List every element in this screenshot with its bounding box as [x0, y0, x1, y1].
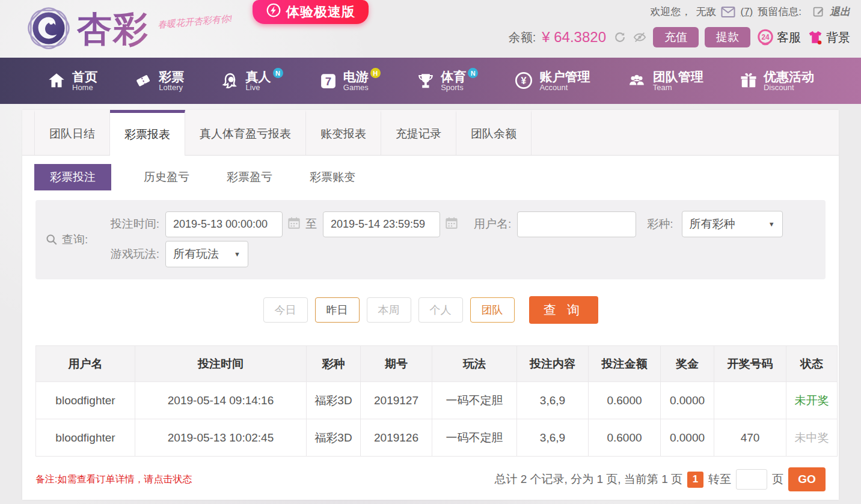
nav-item-discount[interactable]: 优惠活动Discount — [740, 70, 814, 92]
col-bet-content: 投注内容 — [517, 346, 589, 382]
date-to-input[interactable] — [323, 211, 440, 237]
calendar-icon[interactable] — [287, 216, 301, 232]
current-page-badge[interactable]: 1 — [687, 472, 703, 488]
nav-item-team[interactable]: 团队管理Team — [627, 70, 703, 92]
reserved-info-label: 预留信息: — [758, 5, 801, 19]
chevron-down-icon: ▼ — [768, 220, 775, 228]
nav-item-games[interactable]: 7 电游HGames — [319, 70, 381, 93]
logo-text: 杏彩 — [77, 6, 149, 53]
nav-item-sports[interactable]: 体育NSports — [417, 70, 478, 93]
team-button[interactable]: 团队 — [470, 297, 515, 323]
tab-team-daily[interactable]: 团队日结 — [34, 110, 110, 155]
withdraw-button[interactable]: 提款 — [705, 27, 750, 47]
cell-draw-numbers — [714, 382, 786, 419]
bet-time-label: 投注时间: — [72, 216, 159, 232]
cell-lottery: 福彩3D — [307, 419, 361, 457]
table-header-row: 用户名 投注时间 彩种 期号 玩法 投注内容 投注金额 奖金 开奖号码 状态 — [36, 346, 838, 382]
go-button[interactable]: GO — [788, 467, 826, 491]
quick-filter-row: 今日 昨日 本周 个人 团队 查 询 — [22, 296, 839, 324]
nav-item-account[interactable]: ¥ 账户管理Account — [514, 70, 590, 92]
logout-link[interactable]: 退出 — [830, 5, 850, 19]
cell-username: bloodfighter — [36, 382, 135, 419]
cell-lottery: 福彩3D — [307, 382, 361, 419]
tab-team-balance[interactable]: 团队余额 — [456, 110, 532, 155]
table-footer: 备注:如需查看订单详情，请点击状态 总计 2 个记录, 分为 1 页, 当前第 … — [35, 467, 826, 500]
nav-item-live[interactable]: 真人NLive — [221, 70, 283, 93]
welcome-text: 欢迎您， — [650, 5, 691, 19]
home-icon — [47, 71, 66, 90]
lightning-icon — [266, 2, 281, 22]
edit-icon[interactable] — [812, 5, 825, 18]
page-unit-label: 页 — [772, 472, 783, 487]
col-bet-time: 投注时间 — [135, 346, 307, 382]
mail-icon[interactable] — [721, 6, 735, 18]
username-label: 用户名: — [474, 216, 511, 232]
yuan-circle-icon: ¥ — [514, 71, 533, 90]
background-link[interactable]: 背景 — [807, 29, 850, 46]
cell-play: 一码不定胆 — [432, 382, 517, 419]
pagination-summary: 总计 2 个记录, 分为 1 页, 当前第 1 页 — [495, 472, 683, 487]
cell-prize: 0.0000 — [661, 419, 714, 457]
lottery-type-label: 彩种: — [647, 216, 673, 232]
logo-tagline: 春暖花开杏彩有你! — [157, 13, 232, 31]
today-button[interactable]: 今日 — [263, 297, 308, 323]
lottery-type-select[interactable]: 所有彩种▼ — [682, 211, 783, 237]
calendar-icon[interactable] — [445, 216, 458, 232]
subtab-lottery-account-change[interactable]: 彩票账变 — [305, 169, 360, 185]
pagination: 总计 2 个记录, 分为 1 页, 当前第 1 页 1 转至 页 GO — [495, 467, 826, 491]
status-link[interactable]: 未中奖 — [786, 419, 838, 457]
tab-live-sports-pl-report[interactable]: 真人体育盈亏报表 — [185, 110, 306, 155]
query-label: 查询: — [45, 232, 88, 247]
speed-version-label: 体验极速版 — [286, 3, 355, 21]
col-status: 状态 — [786, 346, 838, 382]
service-label: 客服 — [777, 29, 801, 46]
ticket-icon — [133, 71, 153, 90]
tab-account-change-report[interactable]: 账变报表 — [306, 110, 381, 155]
goto-label: 转至 — [708, 472, 731, 487]
subtab-history-pl[interactable]: 历史盈亏 — [139, 169, 194, 185]
logo[interactable]: 杏彩 春暖花开杏彩有你! — [24, 2, 232, 56]
nav-item-home[interactable]: 首页Home — [47, 70, 97, 92]
chevron-down-icon: ▼ — [234, 250, 241, 258]
col-draw-numbers: 开奖号码 — [714, 346, 786, 382]
deposit-button[interactable]: 充值 — [653, 27, 699, 47]
team-icon — [627, 71, 647, 90]
yesterday-button[interactable]: 昨日 — [315, 297, 360, 323]
report-tabbar: 团队日结 彩票报表 真人体育盈亏报表 账变报表 充提记录 团队余额 — [22, 110, 839, 156]
table-row: bloodfighter 2019-05-13 10:02:45 福彩3D 20… — [36, 419, 838, 457]
tab-deposit-withdraw-records[interactable]: 充提记录 — [381, 110, 456, 155]
main-navigation: 首页Home 彩票Lottery 真人NLive 7 电游HGames 体育NS… — [0, 58, 861, 104]
table-row: bloodfighter 2019-05-14 09:14:16 福彩3D 20… — [36, 382, 838, 419]
sub-tabbar: 彩票投注 历史盈亏 彩票盈亏 彩票账变 — [34, 164, 839, 190]
status-link[interactable]: 未开奖 — [786, 382, 838, 419]
username: 无敌 — [696, 5, 716, 19]
customer-service-link[interactable]: 24 客服 — [756, 28, 801, 46]
mail-count-link[interactable]: (7) — [740, 6, 753, 18]
balance-bar: 余额: ¥ 64.3820 充值 提款 24 — [509, 27, 850, 47]
welcome-bar: 欢迎您， 无敌 (7) 预留信息: 退出 — [509, 5, 850, 19]
username-input[interactable] — [517, 211, 636, 237]
note-text: 备注:如需查看订单详情，请点击状态 — [35, 473, 192, 486]
search-form: 查询: 投注时间: 至 用户名: 彩种: 所有彩种▼ — [35, 200, 826, 279]
personal-button[interactable]: 个人 — [418, 297, 463, 323]
balance-label: 余额: — [509, 29, 536, 46]
top-header: 杏彩 春暖花开杏彩有你! 体验极速版 欢迎您， 无敌 (7) 预留信息: — [0, 0, 861, 58]
query-submit-button[interactable]: 查 询 — [529, 296, 598, 324]
play-type-select[interactable]: 所有玩法▼ — [165, 241, 248, 267]
hide-balance-icon[interactable] — [633, 31, 647, 44]
goto-page-input[interactable] — [736, 469, 767, 490]
nav-item-lottery[interactable]: 彩票Lottery — [133, 70, 184, 92]
refresh-balance-icon[interactable] — [613, 31, 627, 44]
date-from-input[interactable] — [165, 211, 283, 237]
subtab-lottery-bets[interactable]: 彩票投注 — [34, 164, 111, 190]
this-week-button[interactable]: 本周 — [367, 297, 411, 323]
cell-prize: 0.0000 — [661, 382, 714, 419]
subtab-lottery-pl[interactable]: 彩票盈亏 — [222, 169, 277, 185]
report-panel: 团队日结 彩票报表 真人体育盈亏报表 账变报表 充提记录 团队余额 彩票投注 历… — [22, 110, 839, 500]
col-prize: 奖金 — [661, 346, 714, 382]
bets-table: 用户名 投注时间 彩种 期号 玩法 投注内容 投注金额 奖金 开奖号码 状态 b… — [35, 345, 838, 457]
col-issue: 期号 — [361, 346, 432, 382]
cell-bet-time: 2019-05-13 10:02:45 — [135, 419, 307, 457]
speed-version-banner[interactable]: 体验极速版 — [253, 0, 369, 24]
tab-lottery-report[interactable]: 彩票报表 — [110, 110, 185, 156]
